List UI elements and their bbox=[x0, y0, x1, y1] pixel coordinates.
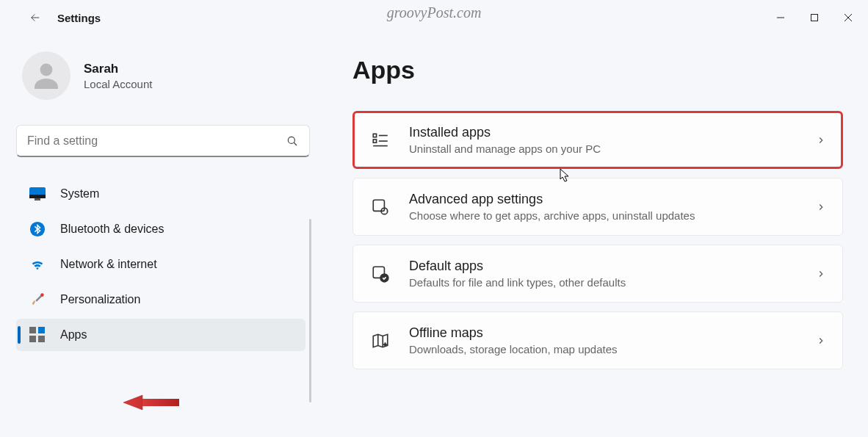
chevron-right-icon bbox=[816, 336, 826, 346]
card-title: Default apps bbox=[409, 259, 798, 274]
back-button[interactable] bbox=[21, 3, 50, 32]
sidebar-item-label: Personalization bbox=[60, 293, 140, 306]
offline-maps-icon bbox=[369, 330, 391, 352]
sidebar: Sarah Local Account System Bluetooth & d… bbox=[0, 35, 316, 437]
sidebar-item-label: Apps bbox=[60, 328, 87, 342]
svg-point-11 bbox=[40, 293, 44, 297]
svg-rect-16 bbox=[373, 134, 376, 137]
card-title: Offline maps bbox=[409, 325, 798, 341]
paintbrush-icon bbox=[29, 292, 46, 308]
svg-rect-12 bbox=[29, 327, 36, 333]
svg-rect-9 bbox=[35, 198, 40, 201]
default-apps-icon bbox=[369, 263, 391, 285]
app-title: Settings bbox=[57, 12, 101, 24]
card-subtitle: Choose where to get apps, archive apps, … bbox=[409, 209, 798, 222]
card-subtitle: Downloads, storage location, map updates bbox=[409, 343, 798, 355]
user-account-block[interactable]: Sarah Local Account bbox=[16, 43, 316, 115]
svg-rect-15 bbox=[38, 336, 45, 342]
card-advanced-app-settings[interactable]: Advanced app settings Choose where to ge… bbox=[352, 178, 843, 236]
sidebar-scrollbar[interactable] bbox=[309, 219, 311, 402]
avatar bbox=[22, 51, 70, 100]
svg-rect-1 bbox=[811, 15, 818, 21]
card-installed-apps[interactable]: Installed apps Uninstall and manage apps… bbox=[352, 111, 843, 169]
sidebar-item-personalization[interactable]: Personalization bbox=[16, 283, 305, 316]
svg-point-5 bbox=[288, 137, 294, 143]
close-button[interactable] bbox=[831, 3, 865, 32]
svg-rect-13 bbox=[38, 327, 45, 333]
sidebar-item-bluetooth[interactable]: Bluetooth & devices bbox=[16, 213, 305, 245]
svg-point-4 bbox=[40, 64, 53, 76]
card-title: Installed apps bbox=[409, 125, 798, 140]
installed-apps-icon bbox=[369, 129, 391, 151]
main-content: Apps Installed apps Uninstall and manage… bbox=[316, 35, 868, 437]
wifi-icon bbox=[29, 256, 46, 272]
sidebar-item-label: Network & internet bbox=[60, 258, 157, 271]
user-subtitle: Local Account bbox=[84, 78, 152, 90]
search-icon bbox=[286, 134, 299, 148]
advanced-settings-icon bbox=[369, 196, 391, 218]
maximize-button[interactable] bbox=[798, 3, 831, 32]
svg-rect-14 bbox=[29, 336, 36, 342]
svg-rect-21 bbox=[373, 200, 384, 211]
search-input[interactable] bbox=[27, 134, 286, 148]
chevron-right-icon bbox=[816, 135, 826, 145]
sidebar-item-system[interactable]: System bbox=[16, 178, 305, 210]
sidebar-item-apps[interactable]: Apps bbox=[16, 319, 305, 351]
card-default-apps[interactable]: Default apps Defaults for file and link … bbox=[352, 245, 843, 303]
minimize-icon bbox=[776, 13, 785, 22]
card-offline-maps[interactable]: Offline maps Downloads, storage location… bbox=[352, 311, 843, 369]
person-icon bbox=[29, 58, 64, 93]
sidebar-item-label: System bbox=[60, 187, 99, 201]
apps-icon bbox=[29, 327, 46, 343]
card-subtitle: Defaults for file and link types, other … bbox=[409, 276, 798, 289]
close-icon bbox=[844, 13, 853, 22]
search-box[interactable] bbox=[16, 125, 310, 157]
svg-rect-17 bbox=[373, 139, 376, 142]
nav-list: System Bluetooth & devices Network & int… bbox=[16, 178, 316, 351]
arrow-left-icon bbox=[29, 11, 42, 24]
bluetooth-icon bbox=[29, 221, 46, 237]
card-subtitle: Uninstall and manage apps on your PC bbox=[409, 142, 798, 155]
user-name: Sarah bbox=[84, 62, 152, 76]
card-title: Advanced app settings bbox=[409, 192, 798, 207]
system-icon bbox=[29, 186, 46, 202]
sidebar-item-network[interactable]: Network & internet bbox=[16, 248, 305, 281]
page-title: Apps bbox=[352, 56, 843, 84]
watermark-text: groovyPost.com bbox=[387, 4, 482, 21]
chevron-right-icon bbox=[816, 269, 826, 279]
svg-line-6 bbox=[294, 142, 297, 145]
chevron-right-icon bbox=[816, 202, 826, 212]
svg-rect-8 bbox=[29, 195, 46, 198]
sidebar-item-label: Bluetooth & devices bbox=[60, 223, 164, 236]
minimize-button[interactable] bbox=[764, 3, 798, 32]
maximize-icon bbox=[810, 13, 819, 22]
